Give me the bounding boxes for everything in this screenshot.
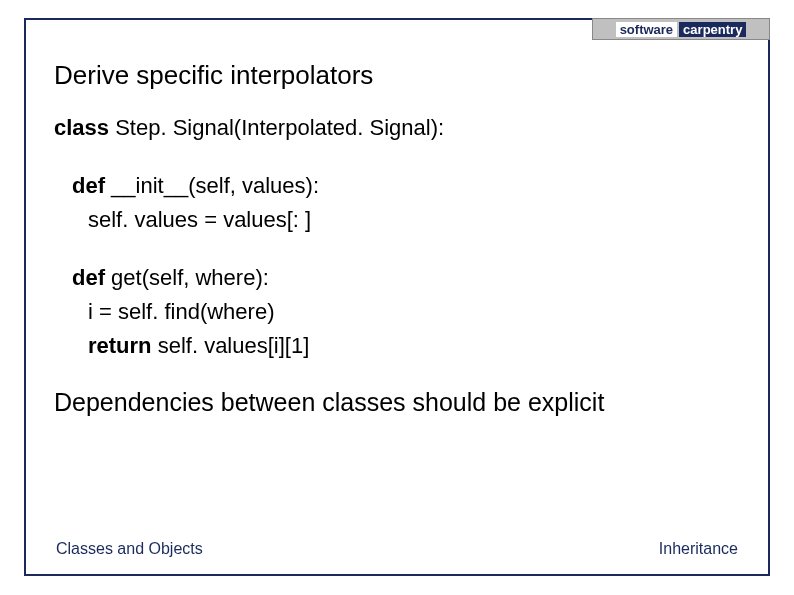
logo-badge: software carpentry	[592, 18, 770, 40]
class-signature: Step. Signal(Interpolated. Signal):	[109, 115, 444, 140]
footer-left: Classes and Objects	[56, 540, 203, 558]
code-line: i = self. find(where)	[54, 295, 740, 329]
logo-right: carpentry	[679, 22, 746, 37]
keyword-return: return	[88, 333, 152, 358]
get-signature: get(self, where):	[105, 265, 269, 290]
code-block: class Step. Signal(Interpolated. Signal)…	[54, 111, 740, 364]
code-line: self. values = values[: ]	[54, 203, 740, 237]
slide-frame: software carpentry Derive specific inter…	[24, 18, 770, 576]
code-line: return self. values[i][1]	[54, 329, 740, 363]
slide-content: Derive specific interpolators class Step…	[26, 20, 768, 417]
footer-right: Inheritance	[659, 540, 738, 558]
return-expr: self. values[i][1]	[152, 333, 310, 358]
keyword-def: def	[72, 265, 105, 290]
slide-note: Dependencies between classes should be e…	[54, 388, 740, 417]
keyword-class: class	[54, 115, 109, 140]
code-line: def get(self, where):	[54, 261, 740, 295]
code-line: def __init__(self, values):	[54, 169, 740, 203]
code-line: class Step. Signal(Interpolated. Signal)…	[54, 111, 740, 145]
init-signature: __init__(self, values):	[105, 173, 319, 198]
logo-left: software	[616, 22, 677, 37]
slide-title: Derive specific interpolators	[54, 60, 740, 91]
keyword-def: def	[72, 173, 105, 198]
